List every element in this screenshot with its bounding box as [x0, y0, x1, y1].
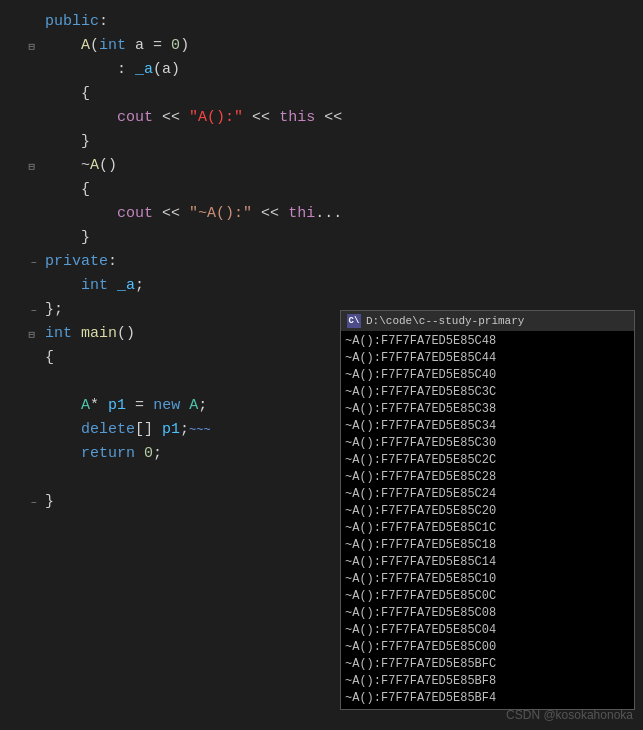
terminal-output-line: ~A():F7F7FA7ED5E85C08 [345, 605, 630, 622]
terminal-output-line: ~A():F7F7FA7ED5E85C40 [345, 367, 630, 384]
code-text: A(int a = 0) [45, 34, 189, 58]
terminal-output-line: ~A():F7F7FA7ED5E85C0C [345, 588, 630, 605]
code-line: – private: [0, 250, 643, 274]
code-line: ⊟ A(int a = 0) [0, 34, 643, 58]
terminal-output-line: ~A():F7F7FA7ED5E85C00 [345, 639, 630, 656]
terminal-output-line: ~A():F7F7FA7ED5E85C1C [345, 520, 630, 537]
code-text: } [45, 130, 90, 154]
code-text: { [45, 178, 90, 202]
code-text: cout << "~A():" << thi... [45, 202, 342, 226]
code-text: } [45, 226, 90, 250]
terminal-output-line: ~A():F7F7FA7ED5E85C30 [345, 435, 630, 452]
code-text: }; [45, 298, 63, 322]
code-line: int _a; [0, 274, 643, 298]
terminal-output-line: ~A():F7F7FA7ED5E85C14 [345, 554, 630, 571]
code-text: { [45, 82, 90, 106]
terminal-body: ~A():F7F7FA7ED5E85C48~A():F7F7FA7ED5E85C… [341, 331, 634, 709]
terminal-output-line: ~A():F7F7FA7ED5E85C04 [345, 622, 630, 639]
line-gutter: ⊟ [0, 40, 45, 53]
terminal-output-line: ~A():F7F7FA7ED5E85C28 [345, 469, 630, 486]
line-gutter: – [0, 256, 45, 268]
code-text: ~A() [45, 154, 117, 178]
collapse-icon[interactable]: ⊟ [28, 160, 35, 173]
code-text: int _a; [45, 274, 144, 298]
code-text: cout << "A():" << this << [45, 106, 342, 130]
line-gutter: ⊟ [0, 160, 45, 173]
code-line: ⊟ ~A() [0, 154, 643, 178]
terminal-output-line: ~A():F7F7FA7ED5E85BFC [345, 656, 630, 673]
code-line: } [0, 130, 643, 154]
code-text: return 0; [45, 442, 162, 466]
terminal-output-line: ~A():F7F7FA7ED5E85C44 [345, 350, 630, 367]
code-text: { [45, 346, 54, 370]
code-text [45, 466, 54, 490]
code-line: cout << "~A():" << thi... [0, 202, 643, 226]
code-text: A* p1 = new A; [45, 394, 207, 418]
code-editor: public: ⊟ A(int a = 0) : _a(a) { cout <<… [0, 0, 643, 730]
terminal-title: D:\code\c--study-primary [366, 315, 524, 327]
terminal-output-line: ~A():F7F7FA7ED5E85C3C [345, 384, 630, 401]
line-gutter: – [0, 496, 45, 508]
code-line: : _a(a) [0, 58, 643, 82]
code-text: private: [45, 250, 117, 274]
code-text: public: [45, 10, 108, 34]
code-text: : _a(a) [45, 58, 180, 82]
code-text [45, 370, 54, 394]
terminal-titlebar: C\ D:\code\c--study-primary [341, 311, 634, 331]
terminal-output-line: ~A():F7F7FA7ED5E85BF8 [345, 673, 630, 690]
line-gutter: ⊟ [0, 328, 45, 341]
code-text: } [45, 490, 54, 514]
terminal-popup: C\ D:\code\c--study-primary ~A():F7F7FA7… [340, 310, 635, 710]
line-gutter: – [0, 304, 45, 316]
terminal-output-line: ~A():F7F7FA7ED5E85C20 [345, 503, 630, 520]
terminal-output-line: ~A():F7F7FA7ED5E85C2C [345, 452, 630, 469]
terminal-output-line: ~A():F7F7FA7ED5E85C34 [345, 418, 630, 435]
watermark: CSDN @kosokahonoka [506, 708, 633, 722]
collapse-icon[interactable]: ⊟ [28, 40, 35, 53]
code-line: { [0, 82, 643, 106]
code-line: public: [0, 10, 643, 34]
code-text: delete[] p1;~~~ [45, 418, 211, 442]
collapse-icon[interactable]: ⊟ [28, 328, 35, 341]
code-text: int main() [45, 322, 135, 346]
terminal-output-line: ~A():F7F7FA7ED5E85C24 [345, 486, 630, 503]
terminal-output-line: ~A():F7F7FA7ED5E85C48 [345, 333, 630, 350]
terminal-output-line: ~A():F7F7FA7ED5E85C38 [345, 401, 630, 418]
terminal-icon: C\ [347, 314, 361, 328]
terminal-output-line: ~A():F7F7FA7ED5E85C18 [345, 537, 630, 554]
code-line: { [0, 178, 643, 202]
terminal-output-line: ~A():F7F7FA7ED5E85C10 [345, 571, 630, 588]
code-line: cout << "A():" << this << [0, 106, 643, 130]
code-line: } [0, 226, 643, 250]
terminal-output-line: ~A():F7F7FA7ED5E85BF4 [345, 690, 630, 707]
